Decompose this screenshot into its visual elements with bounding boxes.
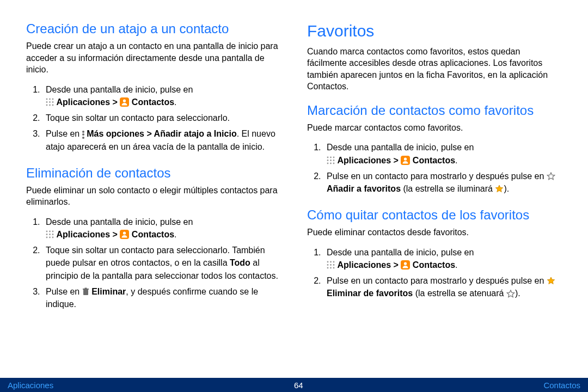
- svg-point-10: [46, 231, 48, 232]
- contacts-icon: [120, 97, 129, 107]
- svg-point-24: [330, 157, 332, 158]
- steps-delete: Desde una pantalla de inicio, pulse en A…: [26, 216, 281, 310]
- svg-rect-20: [83, 290, 88, 295]
- list-item: Pulse en un contacto para mostrarlo y de…: [323, 274, 562, 299]
- svg-point-37: [330, 264, 332, 266]
- svg-point-41: [333, 267, 335, 269]
- svg-point-9: [123, 100, 126, 102]
- svg-point-17: [49, 237, 51, 238]
- para-remove-fav: Puede eliminar contactos desde favoritos…: [307, 226, 562, 238]
- steps-mark-fav: Desde una pantalla de inicio, pulse en A…: [307, 141, 562, 195]
- para-favorites: Cuando marca contactos como favoritos, e…: [307, 46, 562, 93]
- more-options-icon: [82, 131, 84, 139]
- svg-point-28: [333, 160, 335, 161]
- footer-page-number: 64: [294, 381, 303, 390]
- svg-point-31: [333, 163, 335, 164]
- right-column: Favoritos Cuando marca contactos como fa…: [307, 21, 562, 322]
- star-outline-icon: [547, 172, 555, 180]
- svg-point-18: [52, 237, 54, 238]
- star-outline-icon: [506, 290, 515, 298]
- para-delete: Puede eliminar un solo contacto o elegir…: [26, 185, 281, 208]
- svg-point-1: [49, 99, 51, 100]
- left-column: Creación de un atajo a un contacto Puede…: [26, 21, 281, 322]
- svg-point-19: [123, 232, 126, 235]
- svg-point-34: [330, 261, 332, 263]
- star-filled-icon: [547, 277, 555, 285]
- contacts-icon: [120, 230, 129, 239]
- svg-point-16: [46, 237, 48, 238]
- svg-point-30: [330, 163, 332, 164]
- svg-point-8: [52, 105, 54, 106]
- para-mark-fav: Puede marcar contactos como favoritos.: [307, 122, 562, 134]
- svg-rect-21: [83, 289, 89, 290]
- footer-right: Contactos: [543, 381, 580, 390]
- star-filled-icon: [495, 185, 504, 193]
- svg-point-29: [327, 163, 329, 164]
- svg-point-32: [404, 158, 407, 161]
- svg-point-23: [327, 157, 329, 158]
- heading-delete: Eliminación de contactos: [26, 165, 281, 181]
- steps-remove-fav: Desde una pantalla de inicio, pulse en A…: [307, 246, 562, 300]
- para-shortcut: Puede crear un atajo a un contacto en un…: [26, 40, 281, 76]
- svg-rect-22: [84, 288, 87, 289]
- svg-point-13: [46, 234, 48, 235]
- list-item: Desde una pantalla de inicio, pulse en A…: [42, 83, 281, 108]
- list-item: Pulse en un contacto para mostrarlo y de…: [323, 170, 562, 195]
- svg-point-27: [330, 160, 332, 161]
- svg-point-35: [333, 261, 335, 263]
- apps-grid-icon: [46, 230, 54, 238]
- svg-point-15: [52, 234, 54, 235]
- svg-point-3: [46, 101, 48, 103]
- svg-point-11: [49, 231, 51, 232]
- list-item: Desde una pantalla de inicio, pulse en A…: [42, 216, 281, 241]
- heading-favorites: Favoritos: [307, 21, 562, 41]
- apps-grid-icon: [327, 261, 335, 269]
- svg-point-25: [333, 157, 335, 158]
- list-item: Toque sin soltar un contacto para selecc…: [42, 244, 281, 282]
- apps-grid-icon: [46, 98, 54, 106]
- list-item: Desde una pantalla de inicio, pulse en A…: [323, 246, 562, 271]
- svg-point-40: [330, 267, 332, 269]
- svg-point-39: [327, 267, 329, 269]
- svg-point-0: [46, 99, 48, 100]
- svg-point-7: [49, 105, 51, 106]
- svg-point-33: [327, 261, 329, 263]
- svg-point-14: [49, 234, 51, 235]
- svg-point-5: [52, 101, 54, 103]
- page-footer: Aplicaciones 64 Contactos: [0, 378, 588, 392]
- contacts-icon: [401, 260, 410, 270]
- heading-mark-fav: Marcación de contactos como favoritos: [307, 102, 562, 119]
- svg-point-38: [333, 264, 335, 266]
- svg-point-36: [327, 264, 329, 266]
- heading-remove-fav: Cómo quitar contactos de los favoritos: [307, 207, 562, 223]
- svg-point-6: [46, 105, 48, 106]
- list-item: Desde una pantalla de inicio, pulse en A…: [323, 141, 562, 166]
- steps-shortcut: Desde una pantalla de inicio, pulse en A…: [26, 83, 281, 153]
- trash-icon: [82, 287, 89, 296]
- apps-grid-icon: [327, 156, 335, 164]
- svg-point-4: [49, 101, 51, 103]
- footer-left: Aplicaciones: [8, 381, 53, 390]
- contacts-icon: [401, 156, 410, 165]
- svg-point-42: [404, 262, 407, 265]
- list-item: Pulse en Eliminar, y después confirme cu…: [42, 285, 281, 310]
- svg-point-26: [327, 160, 329, 161]
- list-item: Pulse en Más opciones > Añadir atajo a I…: [42, 127, 281, 152]
- list-item: Toque sin soltar un contacto para selecc…: [42, 112, 281, 124]
- svg-point-12: [52, 231, 54, 232]
- svg-point-2: [52, 99, 54, 100]
- heading-shortcut: Creación de un atajo a un contacto: [26, 21, 281, 37]
